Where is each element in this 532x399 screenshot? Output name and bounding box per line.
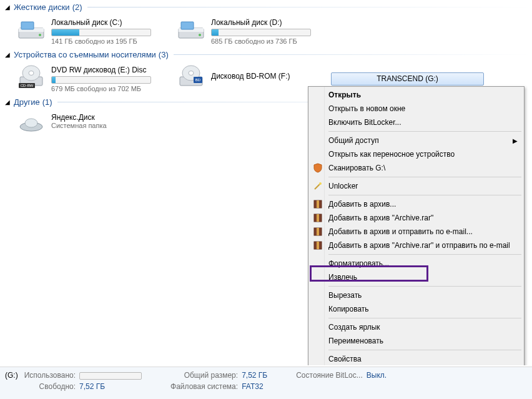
drive-d[interactable]: Локальный диск (D:) 685 ГБ свободно из 7… bbox=[172, 14, 332, 47]
svg-point-10 bbox=[29, 71, 34, 76]
ctx-eject[interactable]: Извлечь bbox=[310, 270, 523, 284]
drive-subtext: 685 ГБ свободно из 736 ГБ bbox=[211, 37, 328, 45]
collapse-icon: ◢ bbox=[5, 4, 11, 11]
separator bbox=[328, 195, 521, 195]
svg-rect-26 bbox=[317, 228, 319, 235]
group-title: Устройства со съемными носителями bbox=[14, 50, 156, 59]
group-rule bbox=[174, 54, 532, 55]
separator bbox=[328, 350, 521, 350]
group-title: Жесткие диски bbox=[14, 2, 70, 12]
svg-rect-22 bbox=[317, 200, 319, 208]
status-fs-value: FAT32 bbox=[242, 382, 267, 391]
status-bitlocker-label: Состояние BitLoc... bbox=[296, 371, 363, 380]
hdd-icon bbox=[16, 17, 46, 42]
drive-title: TRANSCEND (G:) bbox=[377, 74, 438, 83]
drive-info: Яндекс.Диск Системная папка bbox=[51, 112, 169, 129]
status-total-label: Общий размер: bbox=[170, 371, 238, 380]
ctx-add-archive[interactable]: Добавить в архив... bbox=[310, 197, 523, 211]
drive-subtext: 679 МБ свободно из 702 МБ bbox=[51, 85, 169, 92]
svg-text:CD-RW: CD-RW bbox=[21, 84, 34, 87]
archive-icon bbox=[313, 240, 323, 250]
ctx-cut[interactable]: Вырезать bbox=[310, 288, 523, 302]
drive-title: Локальный диск (C:) bbox=[51, 18, 169, 27]
status-bar: (G:) Использовано: Свободно: 7,52 ГБ Общ… bbox=[0, 367, 532, 399]
archive-icon bbox=[313, 213, 323, 223]
ctx-add-rar-email[interactable]: Добавить в архив "Archive.rar" и отправи… bbox=[310, 239, 523, 252]
svg-point-20 bbox=[319, 182, 322, 185]
group-count: (1) bbox=[42, 97, 52, 107]
ctx-shortcut[interactable]: Создать ярлык bbox=[310, 320, 523, 334]
ctx-add-email[interactable]: Добавить в архив и отправить по e-mail..… bbox=[310, 225, 523, 239]
separator bbox=[328, 318, 521, 318]
svg-point-2 bbox=[39, 34, 41, 36]
archive-icon bbox=[313, 199, 323, 209]
drive-title: Дисковод BD-ROM (F:) bbox=[211, 72, 328, 81]
bd-icon: BD bbox=[176, 64, 206, 89]
archive-icon bbox=[313, 227, 323, 237]
drive-e[interactable]: CD-RW DVD RW дисковод (E:) Disc 679 МБ с… bbox=[12, 62, 172, 95]
ctx-open-new-window[interactable]: Открыть в новом окне bbox=[310, 102, 523, 116]
drive-title: DVD RW дисковод (E:) Disc bbox=[51, 66, 169, 74]
svg-text:BD: BD bbox=[195, 78, 201, 82]
separator bbox=[328, 254, 521, 255]
capacity-bar bbox=[51, 76, 151, 84]
svg-rect-28 bbox=[317, 242, 319, 249]
collapse-icon: ◢ bbox=[5, 51, 11, 58]
capacity-bar bbox=[211, 29, 311, 36]
ctx-properties[interactable]: Свойства bbox=[310, 352, 523, 365]
status-fs-label: Файловая система: bbox=[170, 382, 238, 391]
svg-point-19 bbox=[25, 119, 37, 127]
collapse-icon: ◢ bbox=[5, 99, 11, 106]
group-header-hdd[interactable]: ◢ Жесткие диски (2) bbox=[2, 0, 532, 14]
hdd-icon bbox=[176, 17, 206, 42]
wand-icon bbox=[313, 181, 323, 191]
ctx-share[interactable]: Общий доступ▶ bbox=[310, 134, 523, 147]
ctx-rename[interactable]: Переименовать bbox=[310, 334, 523, 348]
hdd-items: Локальный диск (C:) 141 ГБ свободно из 1… bbox=[2, 14, 532, 47]
drive-title: Яндекс.Диск bbox=[51, 113, 169, 122]
ctx-portable[interactable]: Открыть как переносное устройство bbox=[310, 147, 523, 161]
drive-info: Дисковод BD-ROM (F:) bbox=[211, 64, 328, 81]
mini-capacity-bar bbox=[79, 372, 142, 380]
status-total-value: 7,52 ГБ bbox=[242, 371, 267, 380]
ctx-add-archive-rar[interactable]: Добавить в архив "Archive.rar" bbox=[310, 211, 523, 225]
drive-info: Локальный диск (C:) 141 ГБ свободно из 1… bbox=[51, 17, 169, 45]
ctx-open[interactable]: Открыть bbox=[310, 88, 523, 102]
group-header-removable[interactable]: ◢ Устройства со съемными носителями (3) bbox=[2, 47, 532, 62]
context-menu: Открыть Открыть в новом окне Включить Bi… bbox=[308, 86, 525, 365]
drive-c[interactable]: Локальный диск (C:) 141 ГБ свободно из 1… bbox=[12, 14, 172, 47]
separator bbox=[328, 286, 521, 287]
ctx-scan[interactable]: Сканировать G:\ bbox=[310, 161, 523, 175]
svg-point-6 bbox=[199, 34, 201, 36]
ctx-format[interactable]: Форматировать... bbox=[310, 257, 523, 270]
status-drive: (G:) bbox=[5, 371, 18, 380]
separator bbox=[328, 131, 521, 132]
ufo-icon bbox=[16, 112, 46, 137]
separator bbox=[328, 177, 521, 177]
status-free-value: 7,52 ГБ bbox=[79, 382, 142, 391]
svg-rect-7 bbox=[181, 22, 194, 29]
drive-g-selected[interactable]: TRANSCEND (G:) bbox=[331, 72, 484, 86]
group-title: Другие bbox=[14, 97, 40, 107]
group-count: (3) bbox=[159, 50, 169, 59]
ctx-unlocker[interactable]: Unlocker bbox=[310, 179, 523, 193]
drive-info: Локальный диск (D:) 685 ГБ свободно из 7… bbox=[211, 17, 328, 45]
svg-rect-3 bbox=[21, 22, 34, 29]
capacity-bar bbox=[51, 29, 151, 36]
submenu-arrow-icon: ▶ bbox=[513, 137, 518, 144]
drive-info: DVD RW дисковод (E:) Disc 679 МБ свободн… bbox=[51, 64, 169, 92]
group-rule bbox=[87, 7, 532, 7]
drive-subtext: Системная папка bbox=[51, 122, 169, 129]
status-bitlocker-value: Выкл. bbox=[367, 371, 387, 380]
status-used-label: Использовано: bbox=[24, 371, 76, 380]
group-count: (2) bbox=[72, 2, 82, 12]
drive-yadisk[interactable]: Яндекс.Диск Системная папка bbox=[12, 109, 172, 139]
svg-point-15 bbox=[189, 71, 194, 76]
ctx-bitlocker[interactable]: Включить BitLocker... bbox=[310, 116, 523, 129]
shield-icon bbox=[313, 163, 323, 173]
status-free-label: Свободно: bbox=[24, 382, 76, 391]
explorer-content: ◢ Жесткие диски (2) Локальный диск (C:) … bbox=[0, 0, 532, 365]
drive-title: Локальный диск (D:) bbox=[211, 18, 328, 27]
dvd-icon: CD-RW bbox=[16, 64, 46, 89]
ctx-copy[interactable]: Копировать bbox=[310, 302, 523, 316]
